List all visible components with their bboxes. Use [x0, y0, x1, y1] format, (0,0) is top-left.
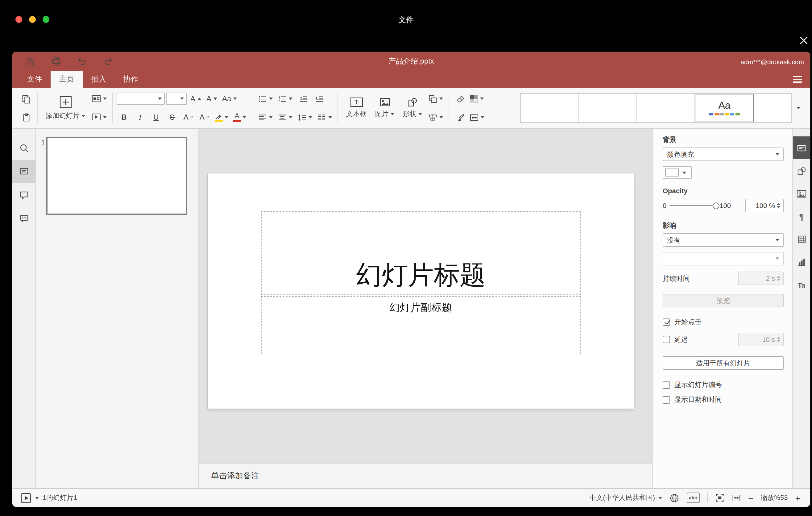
slideshow-options-chevron[interactable] [35, 496, 39, 499]
menu-icon[interactable] [793, 71, 802, 88]
comments-panel-button[interactable] [12, 183, 35, 207]
chart-settings-button[interactable] [792, 251, 810, 274]
zoom-in-button[interactable]: + [795, 493, 800, 502]
spinner-arrows[interactable] [777, 203, 781, 208]
increase-indent-button[interactable] [312, 91, 326, 107]
bullets-button[interactable] [256, 91, 274, 107]
textart-settings-button[interactable]: Ta [792, 274, 810, 296]
italic-button[interactable]: I [133, 109, 147, 125]
tab-home[interactable]: 主页 [51, 71, 83, 88]
slide-canvas[interactable]: 幻灯片标题 幻灯片副标题 [199, 129, 652, 463]
preview-button[interactable]: 预览 [663, 294, 784, 307]
font-color-button[interactable]: A [231, 109, 248, 125]
font-name-combobox[interactable] [117, 93, 165, 105]
horizontal-align-button[interactable] [256, 109, 274, 125]
theme-item-selected[interactable]: Aa [695, 94, 754, 122]
search-button[interactable] [12, 136, 35, 160]
show-slide-number-checkbox[interactable] [663, 381, 670, 389]
vertical-align-button[interactable] [276, 109, 294, 125]
align-shape-button[interactable] [426, 109, 445, 125]
apply-to-all-slides-button[interactable]: 适用于所有幻灯片 [663, 356, 784, 370]
title-placeholder[interactable]: 幻灯片标题 [261, 211, 581, 295]
fill-color-select[interactable] [663, 166, 692, 179]
set-language-button[interactable] [669, 493, 679, 503]
insert-image-button[interactable]: 图片 [371, 89, 399, 126]
save-button[interactable] [23, 53, 38, 69]
slides-panel-button[interactable] [12, 160, 35, 183]
spellcheck-button[interactable]: abc [687, 492, 699, 503]
paste-button[interactable] [19, 109, 33, 125]
tab-file[interactable]: 文件 [19, 71, 51, 88]
paragraph-settings-button[interactable]: ¶ [792, 205, 810, 228]
bold-button[interactable]: B [117, 109, 132, 125]
copy-style-button[interactable] [453, 109, 468, 125]
font-size-combobox[interactable] [166, 93, 187, 105]
language-selector[interactable]: 中文(中华人民共和国) [589, 493, 662, 503]
theme-item[interactable] [637, 94, 695, 122]
slide-thumbnail[interactable] [46, 137, 187, 215]
theme-item[interactable] [521, 94, 579, 122]
copy-button[interactable] [19, 91, 33, 107]
slide-layout-button[interactable] [89, 91, 109, 107]
delay-checkbox[interactable] [663, 336, 670, 343]
image-settings-button[interactable] [792, 182, 810, 205]
slide-size-button[interactable] [468, 109, 486, 125]
fit-slide-button[interactable] [715, 493, 724, 503]
tab-collaboration[interactable]: 协作 [115, 71, 147, 88]
notes-area[interactable]: 单击添加备注 [199, 463, 652, 488]
underline-button[interactable]: U [149, 109, 164, 125]
delay-label: 延迟 [674, 335, 688, 344]
slide-subtitle-text[interactable]: 幻灯片副标题 [389, 300, 452, 315]
undo-button[interactable] [75, 53, 89, 69]
user-account[interactable]: adm***@dootask.com [741, 58, 804, 65]
slide[interactable]: 幻灯片标题 幻灯片副标题 [208, 173, 634, 409]
start-slideshow-button[interactable] [89, 109, 109, 125]
insert-shape-button[interactable]: 形状 [399, 89, 426, 126]
fill-type-select[interactable]: 颜色填充 [663, 147, 784, 161]
slide-settings-button[interactable] [792, 136, 810, 159]
spinner-arrows[interactable] [777, 337, 781, 342]
spinner-arrows[interactable] [777, 276, 781, 281]
highlight-color-button[interactable] [213, 109, 230, 125]
slide-title-text[interactable]: 幻灯片标题 [356, 258, 486, 292]
image-icon [379, 97, 390, 107]
theme-gallery-more-button[interactable] [792, 93, 805, 123]
theme-item[interactable] [754, 94, 792, 122]
fit-width-button[interactable] [731, 493, 741, 503]
insert-textbox-button[interactable]: T 文本框 [342, 89, 371, 126]
theme-item[interactable] [579, 94, 637, 122]
subtitle-placeholder[interactable]: 幻灯片副标题 [261, 296, 581, 354]
start-slideshow-status-button[interactable] [20, 492, 31, 503]
redo-button[interactable] [100, 53, 115, 69]
slider-knob[interactable] [713, 202, 720, 209]
close-icon[interactable] [799, 35, 809, 46]
zoom-out-button[interactable]: − [748, 493, 753, 502]
decrease-font-size-button[interactable]: A [204, 91, 219, 107]
effect-type-select[interactable] [663, 252, 784, 265]
table-settings-button[interactable] [792, 228, 810, 251]
start-on-click-checkbox[interactable] [663, 318, 670, 325]
decrease-indent-button[interactable] [295, 91, 310, 107]
duration-spinner[interactable]: 2 s [738, 271, 784, 285]
shape-settings-button[interactable] [792, 159, 810, 182]
add-slide-button[interactable]: 添加幻灯片 [41, 89, 89, 126]
columns-button[interactable] [315, 109, 334, 125]
opacity-spinner[interactable]: 100 % [745, 199, 784, 212]
delay-spinner[interactable]: 10 s [738, 333, 784, 346]
change-case-button[interactable]: Aa [220, 91, 238, 107]
arrange-shape-button[interactable] [426, 91, 445, 107]
tab-insert[interactable]: 插入 [83, 71, 115, 88]
opacity-slider[interactable] [669, 205, 716, 206]
subscript-button[interactable]: A2 [197, 109, 212, 125]
clear-style-button[interactable] [453, 91, 468, 107]
numbering-button[interactable] [276, 91, 294, 107]
print-button[interactable] [49, 53, 63, 69]
line-spacing-button[interactable] [295, 109, 314, 125]
effect-select[interactable]: 没有 [663, 233, 784, 247]
increase-font-size-button[interactable]: A [188, 91, 203, 107]
color-scheme-button[interactable] [468, 91, 486, 107]
strikethrough-button[interactable]: S [165, 109, 179, 125]
show-date-time-checkbox[interactable] [663, 396, 670, 403]
superscript-button[interactable]: A2 [181, 109, 196, 125]
feedback-panel-button[interactable] [12, 207, 35, 230]
